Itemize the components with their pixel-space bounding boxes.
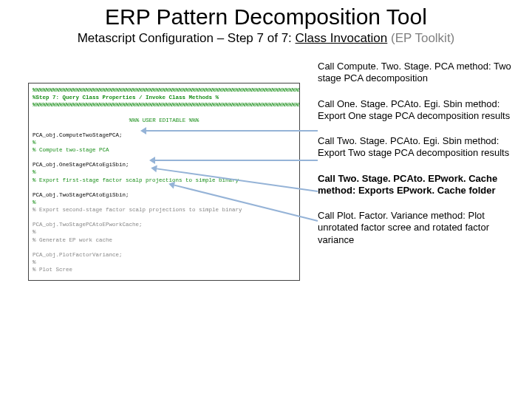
code-line: PCA_obj.ComputeTwoStagePCA; — [33, 132, 296, 139]
code-line: PCA_obj.TwoStagePCAtoEPworkCache; — [33, 221, 296, 228]
code-comment: % Plot Scree — [33, 266, 296, 273]
code-line: PCA_obj.PlotFactorVariance; — [33, 251, 296, 259]
subtitle: Metascript Configuration – Step 7 of 7: … — [0, 31, 532, 46]
code-line: PCA_obj.OneStagePCAtoEgiSbin; — [33, 161, 296, 168]
code-pct: % — [33, 228, 296, 236]
subtitle-prefix: Metascript Configuration – Step 7 of 7: — [78, 31, 296, 45]
annotation-item: Call One. Stage. PCAto. Egi. Sbin method… — [318, 98, 517, 123]
code-line: PCA_obj.TwoStagePCAtoEgiSbin; — [33, 191, 296, 199]
annotation-item: Call Compute. Two. Stage. PCA method: Tw… — [318, 61, 517, 85]
code-pct: % — [33, 259, 296, 266]
code-step-label: %Step 7: Query Class Properties / Invoke… — [33, 94, 296, 101]
code-comment: % Generate EP work cache — [33, 236, 296, 244]
annotation-item: Call Two. Stage. PCAto. Egi. Sbin method… — [318, 135, 517, 160]
annotation-item: Call Two. Stage. PCAto. EPwork. Cache me… — [318, 173, 517, 197]
code-border: %%%%%%%%%%%%%%%%%%%%%%%%%%%%%%%%%%%%%%%%… — [33, 101, 296, 109]
code-comment: % Compute two-stage PCA — [33, 146, 296, 154]
code-border: %%%%%%%%%%%%%%%%%%%%%%%%%%%%%%%%%%%%%%%%… — [33, 86, 296, 94]
arrow-icon — [155, 160, 318, 161]
arrow-icon — [146, 130, 318, 132]
annotations: Call Compute. Two. Stage. PCA method: Tw… — [318, 61, 517, 259]
subtitle-ep: (EP Toolkit) — [387, 31, 454, 45]
page-title: ERP Pattern Decomposition Tool — [0, 0, 532, 30]
code-pct: % — [33, 139, 296, 146]
code-comment: % Export second-stage factor scalp proje… — [33, 206, 296, 214]
subtitle-underline: Class Invocation — [296, 31, 388, 45]
code-user-editable: %%% USER EDITABLE %%% — [33, 117, 296, 124]
annotation-item: Call Plot. Factor. Variance method: Plot… — [318, 210, 517, 246]
